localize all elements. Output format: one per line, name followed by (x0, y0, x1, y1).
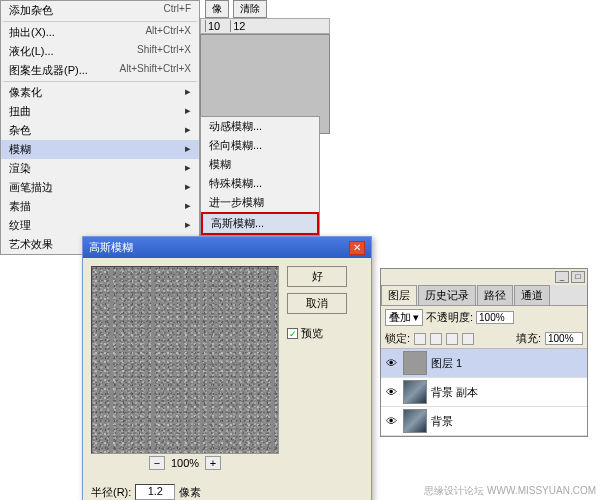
submenu-item[interactable]: 高斯模糊... (201, 212, 319, 235)
filter-menu: 添加杂色Ctrl+F抽出(X)...Alt+Ctrl+X液化(L)...Shif… (0, 0, 200, 255)
preview-box (91, 266, 279, 454)
visibility-eye-icon[interactable]: 👁 (383, 384, 399, 400)
layer-list: 👁图层 1👁背景 副本👁背景 (381, 349, 587, 436)
chevron-right-icon: ▸ (185, 85, 191, 100)
menu-item[interactable]: 纹理▸ (1, 216, 199, 235)
chevron-right-icon: ▸ (185, 199, 191, 214)
chevron-right-icon: ▸ (185, 161, 191, 176)
layer-thumbnail[interactable] (403, 409, 427, 433)
layer-name[interactable]: 背景 副本 (431, 385, 478, 400)
layer-row[interactable]: 👁图层 1 (381, 349, 587, 378)
layer-name[interactable]: 背景 (431, 414, 453, 429)
menu-item[interactable]: 液化(L)...Shift+Ctrl+X (1, 42, 199, 61)
dialog-title-text: 高斯模糊 (89, 240, 133, 255)
ok-button[interactable]: 好 (287, 266, 347, 287)
menu-item[interactable]: 像素化▸ (1, 83, 199, 102)
menu-item[interactable]: 抽出(X)...Alt+Ctrl+X (1, 23, 199, 42)
layers-panel: _ □ 图层历史记录路径通道 叠加▾ 不透明度: 100% 锁定: 填充: 10… (380, 268, 588, 437)
opacity-label: 不透明度: (426, 310, 473, 325)
submenu-item[interactable]: 进一步模糊 (201, 193, 319, 212)
menu-item[interactable]: 杂色▸ (1, 121, 199, 140)
fill-label: 填充: (516, 331, 541, 346)
panel-tabs: 图层历史记录路径通道 (381, 285, 587, 306)
tab[interactable]: 历史记录 (418, 285, 476, 305)
zoom-out-button[interactable]: − (149, 456, 165, 470)
top-btn-2[interactable]: 清除 (233, 0, 267, 18)
close-icon[interactable]: ✕ (349, 241, 365, 255)
preview-checkbox[interactable]: ✓ (287, 328, 298, 339)
top-btn-1[interactable]: 像 (205, 0, 229, 18)
radius-label: 半径(R): (91, 485, 131, 500)
cancel-button[interactable]: 取消 (287, 293, 347, 314)
zoom-level: 100% (171, 457, 199, 469)
zoom-in-button[interactable]: + (205, 456, 221, 470)
gaussian-blur-dialog: 高斯模糊 ✕ − 100% + 好 取消 ✓ 预览 半径(R): 1.2 像素 (82, 236, 372, 500)
submenu-item[interactable]: 特殊模糊... (201, 174, 319, 193)
chevron-right-icon: ▸ (185, 218, 191, 233)
submenu-item[interactable]: 径向模糊... (201, 136, 319, 155)
chevron-down-icon: ▾ (413, 311, 419, 324)
layer-row[interactable]: 👁背景 副本 (381, 378, 587, 407)
tab[interactable]: 图层 (381, 285, 417, 305)
menu-item[interactable]: 渲染▸ (1, 159, 199, 178)
lock-pixels-icon[interactable] (430, 333, 442, 345)
watermark: 思缘设计论坛 WWW.MISSYUAN.COM (424, 484, 596, 498)
lock-label: 锁定: (385, 331, 410, 346)
blend-mode-dropdown[interactable]: 叠加▾ (385, 309, 423, 326)
radius-input[interactable]: 1.2 (135, 484, 175, 500)
minimize-icon[interactable]: _ (555, 271, 569, 283)
chevron-right-icon: ▸ (185, 142, 191, 157)
tab[interactable]: 通道 (514, 285, 550, 305)
lock-all-icon[interactable] (462, 333, 474, 345)
layer-thumbnail[interactable] (403, 351, 427, 375)
layer-row[interactable]: 👁背景 (381, 407, 587, 436)
layer-thumbnail[interactable] (403, 380, 427, 404)
tab[interactable]: 路径 (477, 285, 513, 305)
preview-label: 预览 (301, 326, 323, 341)
opacity-field[interactable]: 100% (476, 311, 514, 324)
layer-name[interactable]: 图层 1 (431, 356, 462, 371)
ruler: 10 12 (200, 18, 330, 34)
radius-unit: 像素 (179, 485, 201, 500)
lock-position-icon[interactable] (446, 333, 458, 345)
visibility-eye-icon[interactable]: 👁 (383, 413, 399, 429)
dialog-titlebar[interactable]: 高斯模糊 ✕ (83, 237, 371, 258)
menu-item[interactable]: 添加杂色Ctrl+F (1, 1, 199, 20)
chevron-right-icon: ▸ (185, 123, 191, 138)
panel-close-icon[interactable]: □ (571, 271, 585, 283)
menu-item[interactable]: 模糊▸ (1, 140, 199, 159)
submenu-item[interactable]: 模糊 (201, 155, 319, 174)
chevron-right-icon: ▸ (185, 104, 191, 119)
lock-transparent-icon[interactable] (414, 333, 426, 345)
blur-submenu: 动感模糊...径向模糊...模糊特殊模糊...进一步模糊高斯模糊... (200, 116, 320, 236)
menu-item[interactable]: 图案生成器(P)...Alt+Shift+Ctrl+X (1, 61, 199, 80)
chevron-right-icon: ▸ (185, 180, 191, 195)
fill-field[interactable]: 100% (545, 332, 583, 345)
submenu-item[interactable]: 动感模糊... (201, 117, 319, 136)
visibility-eye-icon[interactable]: 👁 (383, 355, 399, 371)
menu-item[interactable]: 素描▸ (1, 197, 199, 216)
menu-item[interactable]: 扭曲▸ (1, 102, 199, 121)
menu-item[interactable]: 画笔描边▸ (1, 178, 199, 197)
